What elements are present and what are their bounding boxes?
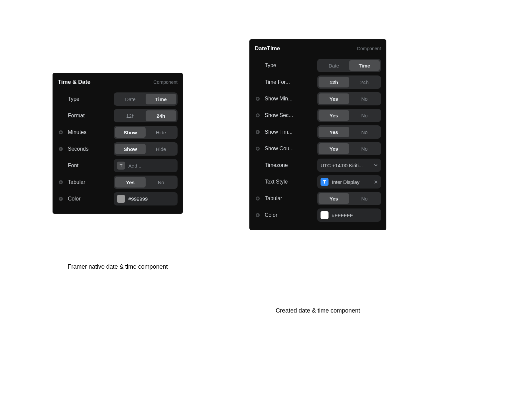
row-type: Type Date Time [255,57,381,74]
font-placeholder: Add... [128,163,174,169]
chevron-down-icon [374,163,378,167]
show-seconds-option-yes[interactable]: Yes [319,110,349,121]
minutes-segmented[interactable]: Show Hide [114,126,178,139]
plus-icon[interactable] [58,197,64,201]
plus-icon[interactable] [255,96,261,101]
format-option-24h[interactable]: 24h [146,110,176,121]
row-show-seconds: Show Sec... Yes No [255,107,381,124]
type-segmented[interactable]: Date Time [317,59,381,72]
show-countdown-option-no[interactable]: No [349,143,380,154]
panel-subtitle: Component [154,79,178,85]
color-picker[interactable]: #FFFFFF [317,208,381,222]
tabular-segmented[interactable]: Yes No [114,176,178,189]
text-style-value: Inter Display [332,179,371,185]
panel-title: DateTime [255,45,280,52]
show-countdown-segmented[interactable]: Yes No [317,142,381,155]
seconds-label: Seconds [68,146,110,152]
plus-icon[interactable] [255,113,261,118]
svg-rect-5 [60,149,62,149]
font-label: Font [68,163,110,169]
color-picker[interactable]: #999999 [114,192,178,205]
t-icon: T [321,178,329,186]
timezone-value: UTC +14:00 Kiriti... [321,163,370,168]
tabular-option-no[interactable]: No [349,193,380,204]
svg-rect-8 [60,182,62,183]
show-seconds-segmented[interactable]: Yes No [317,109,381,122]
row-font: Font T Add... [58,157,178,174]
row-timezone: Timezone UTC +14:00 Kiriti... [255,157,381,174]
font-picker[interactable]: T Add... [114,159,178,172]
svg-rect-20 [257,132,259,132]
panel-subtitle: Component [357,46,381,51]
show-seconds-option-no[interactable]: No [349,110,380,121]
panel-time-and-date: Time & Date Component Type Date Time For… [53,73,183,214]
show-timezone-option-yes[interactable]: Yes [319,127,349,137]
type-segmented[interactable]: Date Time [114,92,178,106]
plus-icon[interactable] [255,213,261,217]
show-timezone-segmented[interactable]: Yes No [317,125,381,139]
timezone-select[interactable]: UTC +14:00 Kiriti... [317,159,381,172]
color-hex: #FFFFFF [332,212,378,218]
row-seconds: Seconds Show Hide [58,141,178,157]
color-swatch [117,195,125,203]
tabular-option-no[interactable]: No [146,177,176,188]
plus-icon[interactable] [255,196,261,201]
seconds-option-hide[interactable]: Hide [146,144,176,154]
minutes-option-show[interactable]: Show [115,127,146,138]
plus-icon[interactable] [255,146,261,151]
tabular-label: Tabular [265,196,313,201]
color-hex: #999999 [128,196,174,202]
format-label: Format [68,113,110,119]
show-minutes-label: Show Min... [265,96,313,102]
row-format: Format 12h 24h [58,107,178,124]
plus-icon[interactable] [255,130,261,134]
row-minutes: Minutes Show Hide [58,124,178,141]
tabular-option-yes[interactable]: Yes [319,193,349,204]
t-icon: T [117,162,125,170]
plus-icon[interactable] [58,180,64,185]
type-option-date[interactable]: Date [319,60,349,71]
plus-icon[interactable] [58,130,64,135]
type-option-date[interactable]: Date [115,94,146,104]
show-minutes-option-yes[interactable]: Yes [319,93,349,104]
row-show-timezone: Show Tim... Yes No [255,124,381,140]
text-style-picker[interactable]: T Inter Display [317,175,381,189]
row-tabular: Tabular Yes No [255,190,381,207]
panel-datetime: DateTime Component Type Date Time Time F… [249,39,386,230]
close-icon[interactable] [374,180,378,184]
format-option-12h[interactable]: 12h [115,110,146,121]
row-text-style: Text Style T Inter Display [255,174,381,190]
type-label: Type [265,63,313,68]
show-minutes-option-no[interactable]: No [349,93,380,104]
show-countdown-option-yes[interactable]: Yes [319,143,349,154]
minutes-option-hide[interactable]: Hide [146,127,176,138]
svg-rect-2 [60,132,62,133]
time-format-segmented[interactable]: 12h 24h [317,75,381,89]
row-tabular: Tabular Yes No [58,174,178,191]
svg-rect-14 [257,98,259,99]
row-type: Type Date Time [58,91,178,107]
row-show-minutes: Show Min... Yes No [255,90,381,107]
seconds-option-show[interactable]: Show [115,144,146,154]
row-show-countdown: Show Cou... Yes No [255,140,381,157]
plus-icon[interactable] [58,147,64,151]
color-label: Color [265,212,313,218]
show-minutes-segmented[interactable]: Yes No [317,92,381,105]
tabular-segmented[interactable]: Yes No [317,192,381,205]
row-color: Color #999999 [58,191,178,207]
show-seconds-label: Show Sec... [265,112,313,118]
seconds-segmented[interactable]: Show Hide [114,142,178,156]
tabular-label: Tabular [68,179,110,185]
tabular-option-yes[interactable]: Yes [115,177,146,188]
time-format-option-12h[interactable]: 12h [319,77,349,87]
format-segmented[interactable]: 12h 24h [114,109,178,122]
time-format-option-24h[interactable]: 24h [349,77,380,87]
color-label: Color [68,196,110,202]
type-option-time[interactable]: Time [349,60,380,71]
svg-rect-23 [257,148,259,149]
type-option-time[interactable]: Time [146,94,176,104]
time-format-label: Time For... [265,79,313,85]
row-time-format: Time For... 12h 24h [255,74,381,90]
text-style-label: Text Style [265,179,313,185]
show-timezone-option-no[interactable]: No [349,127,380,137]
